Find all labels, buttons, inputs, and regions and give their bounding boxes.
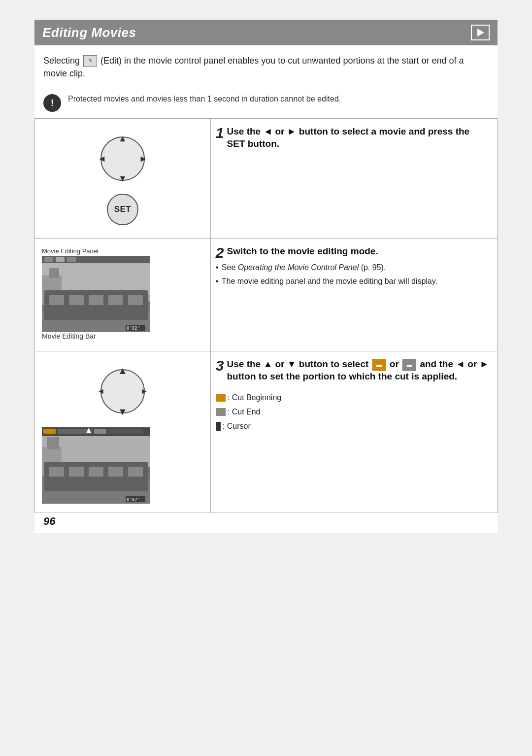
play-icon-svg <box>475 28 485 37</box>
step-1-number: 1 <box>216 126 224 140</box>
steps-table: ▲ ▼ ◄ ► SET 1 Use the ◄ or ► button to s… <box>34 118 498 513</box>
svg-rect-8 <box>108 295 123 305</box>
svg-rect-21 <box>49 467 64 477</box>
svg-rect-30 <box>94 429 106 434</box>
step-3-row: ▲ ▼ ◄ ► <box>35 351 498 513</box>
cut-end-line: : Cut End <box>216 406 489 418</box>
step-1-title: Use the ◄ or ► button to select a movie … <box>227 126 490 150</box>
svg-rect-12 <box>44 257 53 262</box>
cut-end-icon <box>216 408 226 416</box>
svg-rect-6 <box>69 295 84 305</box>
svg-rect-4 <box>44 290 148 322</box>
svg-rect-7 <box>89 295 103 305</box>
train-scene-svg-2: 0'02" <box>42 427 150 504</box>
svg-text:0'02": 0'02" <box>127 497 140 502</box>
svg-marker-0 <box>477 29 484 36</box>
intro-suffix: (Edit) in the movie control panel enable… <box>43 56 464 78</box>
warning-icon-text: ! <box>51 98 54 108</box>
intro-text: Selecting ✎ (Edit) in the movie control … <box>34 54 498 87</box>
step-3-title: Use the ▲ or ▼ button to select ▬ or ▬ a… <box>227 358 490 383</box>
step-2-pref: (p. 95). <box>361 263 386 272</box>
warning-text: Protected movies and movies less than 1 … <box>68 93 341 104</box>
step-2-title-wrap: 2 Switch to the movie editing mode. <box>216 245 489 262</box>
step-2-right: 2 Switch to the movie editing mode. See … <box>210 239 497 351</box>
dpad-left-arrow: ◄ <box>98 154 106 164</box>
step-3-body: : Cut Beginning : Cut End : Cursor <box>216 392 489 432</box>
page-number: 96 <box>43 515 55 528</box>
step-1-dpad-container: ▲ ▼ ◄ ► SET <box>42 128 203 229</box>
intro-prefix: Selecting <box>43 56 80 66</box>
svg-rect-5 <box>49 295 64 305</box>
svg-rect-13 <box>56 257 65 262</box>
svg-rect-9 <box>128 295 143 305</box>
page-title: Editing Movies <box>42 25 136 40</box>
dpad-down-arrow: ▼ <box>118 173 127 184</box>
dpad-right-arrow: ► <box>139 154 148 164</box>
cut-beginning-label: : Cut Beginning <box>228 392 281 404</box>
cursor-line: : Cursor <box>216 420 489 432</box>
step-1-left: ▲ ▼ ◄ ► SET <box>35 119 211 239</box>
dpad3-down-arrow: ▼ <box>118 406 128 417</box>
movie-editing-panel-text: Movie Editing Panel <box>42 247 99 255</box>
cut-beginning-icon <box>216 394 226 402</box>
cut-begin-icon-inline: ▬ <box>372 359 386 371</box>
step-3-right: 3 Use the ▲ or ▼ button to select ▬ or ▬… <box>210 351 497 513</box>
page: Editing Movies Selecting ✎ (Edit) in the… <box>34 20 498 533</box>
svg-rect-25 <box>128 467 143 477</box>
step-3-left: ▲ ▼ ◄ ► <box>35 351 211 513</box>
svg-rect-22 <box>69 467 84 477</box>
step-2-bullet-2: The movie editing panel and the movie ed… <box>216 275 489 287</box>
step-3-title-wrap: 3 Use the ▲ or ▼ button to select ▬ or ▬… <box>216 358 489 387</box>
step-2-bullets: See Operating the Movie Control Panel (p… <box>216 262 489 287</box>
step-2-row: Movie Editing Panel <box>35 239 498 351</box>
svg-text:0'02": 0'02" <box>127 326 140 331</box>
step-1-title-wrap: 1 Use the ◄ or ► button to select a movi… <box>216 126 489 154</box>
train-scene-svg: 0'02" <box>42 256 150 332</box>
movie-editing-panel-label: Movie Editing Panel <box>42 247 203 255</box>
cut-beginning-line: : Cut Beginning <box>216 392 489 404</box>
warning-box: ! Protected movies and movies less than … <box>34 87 498 118</box>
svg-rect-19 <box>47 437 59 449</box>
dpad3-up-arrow: ▲ <box>118 365 128 377</box>
dpad3: ▲ ▼ ◄ ► <box>96 364 150 418</box>
svg-rect-28 <box>43 429 56 434</box>
step-2-bullet-1: See Operating the Movie Control Panel (p… <box>216 262 489 274</box>
dpad-step1: ▲ ▼ ◄ ► <box>96 132 150 186</box>
svg-rect-3 <box>49 268 59 278</box>
svg-rect-24 <box>108 467 123 477</box>
page-header: Editing Movies <box>34 20 498 45</box>
dpad-up-arrow: ▲ <box>118 134 127 144</box>
movie-editing-bar-label: Movie Editing Bar <box>42 332 203 340</box>
step-3-title-text: Use the ▲ or ▼ button to select ▬ or ▬ a… <box>227 358 490 387</box>
svg-rect-23 <box>89 467 103 477</box>
step-2-left: Movie Editing Panel <box>35 239 211 351</box>
svg-rect-14 <box>67 257 76 262</box>
dpad3-right-arrow: ► <box>140 387 148 396</box>
step-3-dpad-container: ▲ ▼ ◄ ► <box>42 360 203 422</box>
step-2-italic: Operating the Movie Control Panel <box>238 263 359 272</box>
play-icon <box>471 25 490 40</box>
set-button[interactable]: SET <box>107 194 138 225</box>
svg-rect-20 <box>44 462 148 494</box>
cursor-icon <box>216 422 221 431</box>
step-2-title: Switch to the movie editing mode. <box>227 245 378 258</box>
svg-rect-31 <box>108 429 143 434</box>
step-2-number: 2 <box>216 245 224 260</box>
step-1-row: ▲ ▼ ◄ ► SET 1 Use the ◄ or ► button to s… <box>35 119 498 239</box>
dpad3-left-arrow: ◄ <box>97 387 105 396</box>
step-1-right: 1 Use the ◄ or ► button to select a movi… <box>210 119 497 239</box>
warning-icon: ! <box>43 94 61 112</box>
cut-end-icon-inline: ▬ <box>402 359 416 371</box>
cut-end-label: : Cut End <box>228 406 261 418</box>
step-3-number: 3 <box>216 358 224 373</box>
edit-icon-inline: ✎ <box>83 55 97 67</box>
step-2-body: See Operating the Movie Control Panel (p… <box>216 262 489 287</box>
movie-editing-bar-text: Movie Editing Bar <box>42 332 96 340</box>
movie-screenshot-step3: 0'02" <box>42 427 150 504</box>
movie-screenshot-step2: 0'02" <box>42 256 150 332</box>
cursor-label: : Cursor <box>223 420 251 432</box>
